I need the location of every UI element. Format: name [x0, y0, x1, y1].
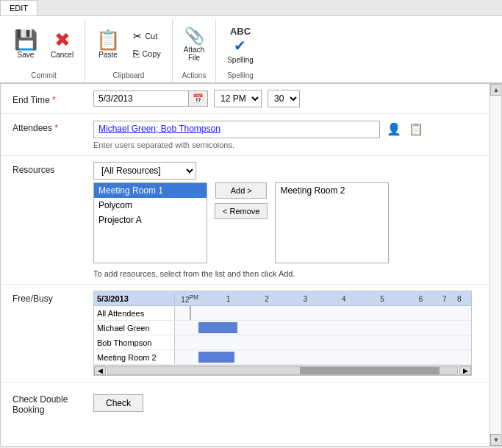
save-label: Save	[18, 51, 35, 59]
freebusy-all-attendees: All Attendees	[94, 306, 471, 321]
remove-resource-button[interactable]: < Remove	[215, 203, 268, 219]
cut-button[interactable]: ✂ Cut	[128, 28, 166, 44]
busy-block-michael-green	[198, 322, 237, 333]
attendees-row: Attendees * Michael Green; Bob Thompson …	[1, 114, 501, 156]
spelling-check-icon: ✔	[234, 37, 246, 54]
ribbon-group-clipboard: 📋 Paste ✂ Cut ⎘ Copy Clipboard	[85, 19, 173, 82]
freebusy-label: Free/Busy	[12, 291, 93, 304]
cancel-icon: ✖	[54, 30, 71, 49]
scroll-up-arrow[interactable]: ▲	[490, 84, 502, 96]
resources-lists-row: Meeting Room 1 Polycom Projector A Add >…	[93, 182, 389, 263]
ribbon-content: 💾 Save ✖ Cancel Commit 📋 Paste ✂	[0, 16, 502, 82]
freebusy-timeline-michael-green	[175, 321, 471, 335]
cancel-label: Cancel	[51, 51, 73, 59]
add-remove-col: Add > < Remove	[207, 182, 275, 219]
freebusy-header-date: 5/3/2013	[94, 294, 175, 303]
clipboard-buttons: 📋 Paste ✂ Cut ⎘ Copy	[91, 19, 166, 70]
resources-hint: To add resources, select from the list a…	[93, 269, 389, 278]
freebusy-header: 5/3/2013 12PM 1 2 3 4 5 6 7 8	[94, 291, 471, 306]
attendees-required: *	[54, 123, 58, 133]
cancel-button[interactable]: ✖ Cancel	[46, 22, 79, 68]
add-attendee-icon[interactable]: 👤	[384, 120, 404, 138]
resource-selected-meeting-room-2[interactable]: Meeting Room 2	[276, 183, 388, 198]
scroll-left-button[interactable]: ◀	[94, 366, 106, 375]
ribbon-group-spelling: ABC ✔ Spelling Spelling	[216, 19, 265, 82]
actions-buttons: 📎 Attach File	[179, 19, 209, 70]
end-time-controls: 📅 12 PM 1 PM 30 00 15 45	[93, 90, 300, 107]
now-line	[190, 306, 191, 320]
ribbon: EDIT 💾 Save ✖ Cancel Commit 📋 Past	[0, 0, 502, 83]
resource-item-meeting-room-1[interactable]: Meeting Room 1	[94, 183, 207, 198]
time-label-1: 1	[226, 294, 231, 302]
attach-file-label: Attach File	[184, 46, 204, 62]
freebusy-meeting-room-2: Meeting Room 2	[94, 350, 471, 365]
scroll-body[interactable]	[490, 96, 501, 434]
hour-select[interactable]: 12 PM 1 PM	[214, 90, 262, 107]
attendees-hint: Enter users separated with semicolons.	[93, 141, 234, 149]
clipboard-group-label: Clipboard	[113, 70, 145, 82]
resources-dropdown[interactable]: [All Resources] Conference Rooms Equipme…	[93, 162, 196, 179]
check-booking-label: Check Double Booking	[12, 391, 93, 415]
commit-buttons: 💾 Save ✖ Cancel	[9, 19, 79, 70]
check-double-booking-row: Check Double Booking Check	[1, 383, 501, 424]
tab-edit[interactable]: EDIT	[0, 0, 37, 15]
freebusy-scroll-row: ◀ ▶	[94, 365, 471, 375]
paste-button[interactable]: 📋 Paste	[91, 22, 125, 68]
resource-item-projector-a[interactable]: Projector A	[94, 213, 207, 227]
ribbon-group-actions: 📎 Attach File Actions	[173, 19, 216, 82]
resources-right: [All Resources] Conference Rooms Equipme…	[93, 162, 389, 278]
main-content: End Time * 📅 12 PM 1 PM 30 00 15 45 Atte…	[0, 83, 502, 447]
copy-icon: ⎘	[133, 48, 139, 60]
end-time-label: End Time *	[12, 92, 93, 105]
spelling-abc: ABC	[230, 26, 251, 37]
actions-group-label: Actions	[182, 70, 207, 82]
resource-item-polycom[interactable]: Polycom	[94, 198, 207, 213]
address-book-icon[interactable]: 📋	[406, 120, 426, 138]
resources-dropdown-row: [All Resources] Conference Rooms Equipme…	[93, 162, 389, 179]
resources-label: Resources	[12, 162, 93, 175]
freebusy-label-all-attendees: All Attendees	[94, 306, 175, 320]
ribbon-tab-bar: EDIT	[0, 0, 502, 16]
spelling-group-label: Spelling	[227, 70, 254, 82]
copy-label: Copy	[142, 49, 161, 58]
spelling-button[interactable]: ABC ✔ Spelling	[222, 22, 259, 68]
commit-group-label: Commit	[31, 70, 56, 82]
time-label-12pm: 12PM	[181, 293, 198, 303]
end-time-row: End Time * 📅 12 PM 1 PM 30 00 15 45	[1, 84, 501, 114]
resources-row: Resources [All Resources] Conference Roo…	[1, 156, 501, 285]
freebusy-header-time: 12PM 1 2 3 4 5 6 7 8	[175, 291, 471, 305]
time-label-6: 6	[419, 294, 423, 302]
end-date-input[interactable]	[93, 90, 189, 107]
scroll-thumb	[300, 367, 440, 374]
time-label-7: 7	[442, 294, 447, 302]
freebusy-bob-thompson: Bob Thompson	[94, 335, 471, 350]
attach-file-button[interactable]: 📎 Attach File	[179, 22, 209, 68]
time-label-2: 2	[265, 294, 269, 302]
available-resources-list: Meeting Room 1 Polycom Projector A	[93, 182, 207, 263]
check-button[interactable]: Check	[93, 394, 143, 412]
save-button[interactable]: 💾 Save	[9, 22, 43, 68]
time-label-3: 3	[304, 294, 308, 302]
freebusy-label-michael-green: Michael Green	[94, 321, 175, 335]
freebusy-label-bob-thompson: Bob Thompson	[94, 335, 175, 349]
attendees-label: Attendees *	[12, 120, 93, 133]
freebusy-chart: 5/3/2013 12PM 1 2 3 4 5 6 7 8 All	[93, 291, 472, 376]
time-label-5: 5	[380, 294, 384, 302]
ribbon-group-commit: 💾 Save ✖ Cancel Commit	[3, 19, 85, 82]
copy-button[interactable]: ⎘ Copy	[128, 46, 166, 62]
calendar-button[interactable]: 📅	[188, 90, 208, 107]
scroll-right-button[interactable]: ▶	[459, 366, 471, 375]
attendees-field[interactable]: Michael Green; Bob Thompson	[93, 121, 380, 138]
freebusy-michael-green: Michael Green	[94, 321, 471, 335]
add-resource-button[interactable]: Add >	[215, 182, 267, 199]
spelling-buttons: ABC ✔ Spelling	[222, 19, 259, 70]
save-icon: 💾	[14, 30, 37, 49]
paste-label: Paste	[98, 51, 118, 59]
freebusy-timeline-bob-thompson	[175, 335, 471, 349]
scroll-down-arrow[interactable]: ▼	[490, 434, 502, 446]
attach-file-icon: 📎	[184, 28, 204, 44]
time-label-8: 8	[457, 294, 462, 302]
scroll-track[interactable]	[107, 366, 458, 375]
freebusy-row: Free/Busy 5/3/2013 12PM 1 2 3 4 5 6 7 8	[1, 285, 501, 383]
minute-select[interactable]: 30 00 15 45	[268, 90, 300, 107]
